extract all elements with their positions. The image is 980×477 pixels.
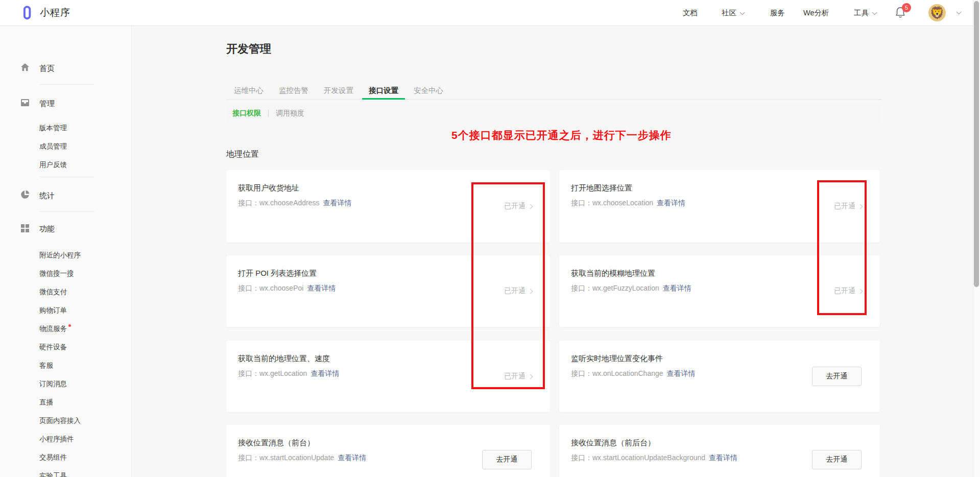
api-name: wx.getFuzzyLocation	[592, 284, 659, 292]
brand[interactable]: 小程序	[20, 5, 70, 20]
sidebar-item-miniprogram-plugins[interactable]: 小程序插件	[39, 434, 74, 445]
api-card-subtitle: 接口：wx.getLocation查看详情	[238, 369, 339, 378]
chevron-right-icon	[528, 289, 533, 294]
brand-label: 小程序	[40, 6, 70, 19]
sidebar-item-logistics-service[interactable]: 物流服务	[39, 323, 71, 335]
nav-we-analytics[interactable]: We分析	[803, 0, 829, 26]
api-card-subtitle: 接口：wx.chooseLocation查看详情	[571, 199, 685, 208]
view-details-link[interactable]: 查看详情	[338, 454, 366, 462]
account-chevron-down-icon[interactable]	[957, 9, 962, 14]
sidebar-item-member-manage[interactable]: 成员管理	[39, 141, 67, 152]
api-card-choose-address: 获取用户收货地址 接口：wx.chooseAddress查看详情 已开通	[226, 170, 550, 243]
tab-ops-center[interactable]: 运维中心	[226, 82, 271, 99]
notification-badge: 5	[902, 3, 911, 12]
nav-community[interactable]: 社区	[722, 0, 743, 26]
api-name: wx.chooseLocation	[592, 199, 653, 207]
tab-dev-settings[interactable]: 开发设置	[316, 82, 361, 99]
api-card-title: 打开地图选择位置	[571, 183, 632, 193]
api-name: wx.startLocationUpdateBackground	[592, 454, 705, 462]
page-title: 开发管理	[226, 41, 271, 57]
sidebar-item-wechat-search[interactable]: 微信搜一搜	[39, 268, 74, 279]
top-nav: 小程序 文档 社区 服务 We分析 工具 5 🦁	[0, 0, 980, 26]
api-card-choose-poi: 打开 POI 列表选择位置 接口：wx.choosePoi查看详情 已开通	[226, 255, 550, 327]
sidebar-item-stats[interactable]: 统计	[39, 190, 55, 201]
api-card-title: 打开 POI 列表选择位置	[238, 269, 317, 278]
chevron-right-icon	[858, 289, 863, 294]
view-details-link[interactable]: 查看详情	[307, 284, 336, 292]
chevron-right-icon	[528, 204, 533, 209]
view-details-link[interactable]: 查看详情	[657, 199, 685, 207]
scrollbar-thumb[interactable]	[974, 1, 979, 287]
scrollbar-track	[973, 0, 980, 477]
tab-bar: 运维中心 监控告警 开发设置 接口设置 安全中心	[226, 82, 881, 100]
nav-tools[interactable]: 工具	[854, 0, 875, 26]
view-details-link[interactable]: 查看详情	[310, 369, 339, 377]
tab-api-settings[interactable]: 接口设置	[361, 82, 406, 99]
status-opened[interactable]: 已开通	[504, 372, 532, 381]
api-card-get-location: 获取当前的地理位置、速度 接口：wx.getLocation查看详情 已开通	[226, 341, 550, 412]
api-name: wx.chooseAddress	[259, 199, 320, 207]
miniprogram-logo-icon	[20, 5, 34, 20]
api-card-subtitle: 接口：wx.startLocationUpdate查看详情	[238, 454, 366, 463]
sidebar-item-page-content-access[interactable]: 页面内容接入	[39, 415, 81, 426]
avatar[interactable]: 🦁	[928, 4, 946, 21]
go-open-button[interactable]: 去开通	[812, 367, 862, 386]
api-card-choose-location: 打开地图选择位置 接口：wx.chooseLocation查看详情 已开通	[559, 170, 880, 243]
tab-monitor-alert[interactable]: 监控告警	[271, 82, 316, 99]
sidebar-item-wechat-pay[interactable]: 微信支付	[39, 287, 67, 298]
sidebar-item-user-feedback[interactable]: 用户反馈	[39, 159, 67, 171]
view-details-link[interactable]: 查看详情	[667, 369, 696, 377]
sidebar-item-version-manage[interactable]: 版本管理	[39, 123, 67, 134]
sidebar-item-subscribe-messages[interactable]: 订阅消息	[39, 378, 67, 390]
sidebar-item-trade-components[interactable]: 交易组件	[39, 452, 67, 463]
nav-docs[interactable]: 文档	[683, 0, 698, 26]
api-card-subtitle: 接口：wx.chooseAddress查看详情	[238, 199, 352, 208]
api-card-title: 获取用户收货地址	[238, 183, 299, 193]
api-card-title: 获取当前的地理位置、速度	[238, 354, 330, 364]
status-opened[interactable]: 已开通	[834, 202, 862, 211]
sidebar-item-live[interactable]: 直播	[39, 397, 53, 408]
stats-pie-icon	[20, 190, 30, 199]
tab-security-center[interactable]: 安全中心	[406, 82, 451, 99]
api-card-title: 接收位置消息（前台）	[238, 438, 315, 448]
sidebar-item-nearby-miniprogram[interactable]: 附近的小程序	[39, 250, 81, 261]
annotation-text: 5个接口都显示已开通之后，进行下一步操作	[451, 128, 672, 142]
sidebar: 首页 管理 版本管理 成员管理 用户反馈 统计 功能 附近的小程序 微信搜一搜 …	[0, 26, 132, 477]
api-card-subtitle: 接口：wx.onLocationChange查看详情	[571, 369, 696, 378]
sidebar-item-experiment-tools[interactable]: 实验工具	[39, 470, 67, 477]
api-card-on-location-change: 监听实时地理位置变化事件 接口：wx.onLocationChange查看详情 …	[559, 341, 880, 412]
go-open-button[interactable]: 去开通	[482, 450, 532, 469]
subtab-api-permissions[interactable]: 接口权限	[232, 109, 261, 118]
api-name: wx.choosePoi	[259, 284, 303, 292]
status-opened[interactable]: 已开通	[834, 287, 862, 296]
sidebar-item-hardware-devices[interactable]: 硬件设备	[39, 342, 67, 353]
chevron-right-icon	[528, 374, 533, 379]
go-open-button[interactable]: 去开通	[812, 450, 862, 469]
divider	[39, 84, 94, 85]
api-card-start-location-update-background: 接收位置消息（前后台） 接口：wx.startLocationUpdateBac…	[559, 425, 880, 477]
status-opened[interactable]: 已开通	[504, 202, 532, 211]
api-card-subtitle: 接口：wx.choosePoi查看详情	[238, 284, 336, 293]
api-card-title: 接收位置消息（前后台）	[571, 438, 655, 448]
divider	[268, 110, 269, 117]
api-card-get-fuzzy-location: 获取当前的模糊地理位置 接口：wx.getFuzzyLocation查看详情 已…	[559, 255, 880, 327]
divider	[39, 211, 94, 212]
sidebar-item-customer-service[interactable]: 客服	[39, 360, 53, 371]
api-name: wx.onLocationChange	[592, 369, 663, 377]
sidebar-item-features[interactable]: 功能	[39, 223, 55, 234]
sidebar-item-shopping-orders[interactable]: 购物订单	[39, 305, 67, 316]
view-details-link[interactable]: 查看详情	[663, 284, 691, 292]
subtab-bar: 接口权限 调用额度	[226, 104, 881, 123]
sidebar-item-manage[interactable]: 管理	[39, 98, 55, 109]
api-card-title: 监听实时地理位置变化事件	[571, 354, 663, 364]
nav-service[interactable]: 服务	[770, 0, 785, 26]
view-details-link[interactable]: 查看详情	[709, 454, 737, 462]
miniprogram-console: 小程序 文档 社区 服务 We分析 工具 5 🦁 首页 管理 版本	[0, 0, 980, 477]
view-details-link[interactable]: 查看详情	[323, 199, 352, 207]
divider	[39, 177, 94, 177]
subtab-call-quota[interactable]: 调用额度	[276, 109, 304, 118]
sidebar-item-home[interactable]: 首页	[39, 63, 55, 74]
new-dot-icon	[68, 324, 71, 327]
status-opened[interactable]: 已开通	[504, 287, 532, 296]
notification-bell[interactable]: 5	[895, 6, 913, 21]
